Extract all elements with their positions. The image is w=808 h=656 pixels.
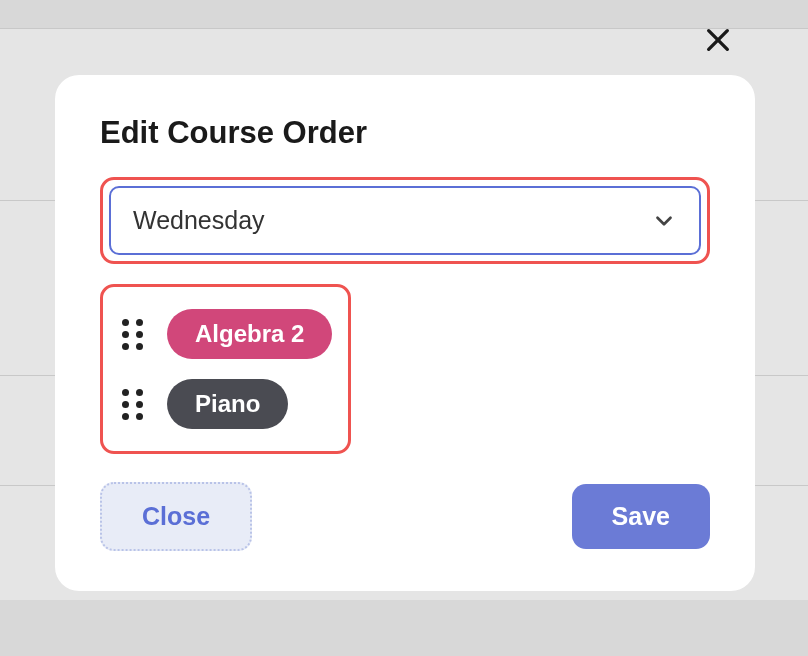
course-list-highlight: Algebra 2 Piano [100, 284, 351, 454]
day-select-highlight: Wednesday [100, 177, 710, 264]
drag-handle-icon[interactable] [119, 318, 145, 350]
close-button[interactable]: Close [100, 482, 252, 551]
course-row[interactable]: Algebra 2 [119, 299, 332, 369]
day-select-value: Wednesday [133, 206, 265, 235]
edit-course-order-modal: Edit Course Order Wednesday Algebra 2 Pi… [55, 75, 755, 591]
day-select[interactable]: Wednesday [109, 186, 701, 255]
drag-handle-icon[interactable] [119, 388, 145, 420]
chevron-down-icon [651, 208, 677, 234]
course-pill: Piano [167, 379, 288, 429]
course-row[interactable]: Piano [119, 369, 332, 439]
close-icon[interactable] [698, 20, 738, 60]
course-pill: Algebra 2 [167, 309, 332, 359]
modal-button-row: Close Save [100, 482, 710, 551]
save-button[interactable]: Save [572, 484, 710, 549]
modal-title: Edit Course Order [100, 115, 710, 151]
